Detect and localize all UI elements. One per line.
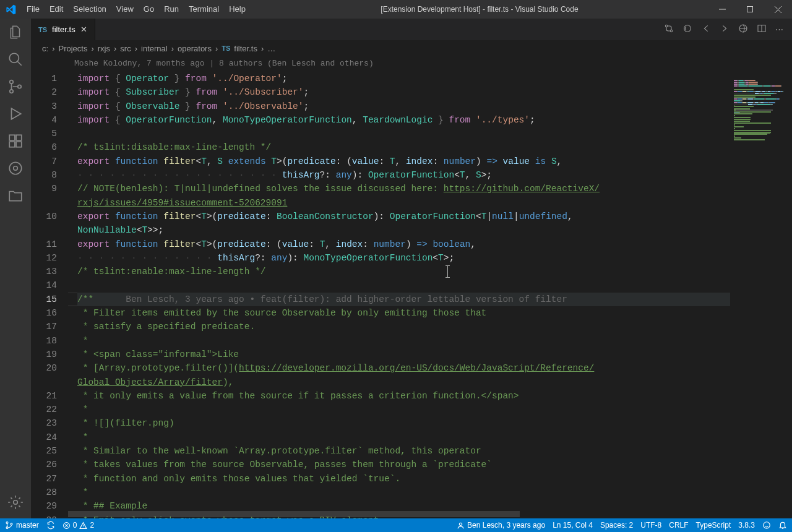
menu-go[interactable]: Go: [139, 0, 159, 19]
debug-icon[interactable]: [7, 105, 24, 122]
menu-help[interactable]: Help: [224, 0, 251, 19]
code-line[interactable]: [77, 127, 730, 140]
blame-status[interactable]: Ben Lesch, 3 years ago: [457, 521, 545, 530]
code-line[interactable]: import { Operator } from '../Operator';: [77, 72, 730, 85]
code-line[interactable]: // NOTE(benlesh): T|null|undefined solve…: [77, 182, 730, 195]
split-editor-icon[interactable]: [757, 24, 767, 35]
breadcrumb-segment[interactable]: operators: [178, 44, 212, 53]
code-line[interactable]: *: [77, 486, 730, 499]
breadcrumb-segment[interactable]: Projects: [58, 44, 87, 53]
code-line[interactable]: rxjs/issues/4959#issuecomment-520629091: [77, 196, 730, 210]
minimize-button[interactable]: [708, 0, 736, 19]
code-line[interactable]: export function filter<T>(predicate: (va…: [77, 238, 730, 251]
breadcrumb-tail[interactable]: …: [267, 44, 275, 53]
menu-selection[interactable]: Selection: [68, 0, 111, 19]
svg-point-1: [9, 53, 19, 62]
test-icon[interactable]: [7, 160, 24, 177]
ts-version-status[interactable]: 3.8.3: [738, 521, 755, 530]
code-line[interactable]: *: [77, 431, 730, 444]
code-line[interactable]: import { Subscriber } from '../Subscribe…: [77, 85, 730, 99]
svg-point-9: [9, 162, 22, 174]
svg-point-19: [11, 523, 12, 525]
feedback-icon[interactable]: [762, 521, 771, 530]
code-line[interactable]: /** Ben Lesch, 3 years ago • feat(filter…: [77, 293, 730, 306]
breadcrumbs[interactable]: c:›Projects›rxjs›src›internal›operators›…: [31, 40, 792, 56]
branch-status[interactable]: master: [5, 521, 39, 530]
compare-changes-icon[interactable]: [664, 24, 674, 35]
code-line[interactable]: * [Array.prototype.filter()](https://dev…: [77, 361, 730, 375]
code-line[interactable]: import { Observable } from '../Observabl…: [77, 100, 730, 113]
code-editor[interactable]: 1234567891011121314151617181920212223242…: [31, 72, 792, 518]
svg-rect-8: [16, 142, 22, 147]
settings-gear-icon[interactable]: [7, 494, 24, 511]
encoding-status[interactable]: UTF-8: [640, 521, 661, 530]
code-line[interactable]: * Similar to the well-known `Array.proto…: [77, 444, 730, 458]
svg-point-22: [764, 522, 770, 529]
code-line[interactable]: * ![](filter.png): [77, 416, 730, 430]
scrollbar-thumb[interactable]: [68, 511, 520, 517]
close-window-button[interactable]: [764, 0, 792, 19]
search-icon[interactable]: [7, 51, 24, 68]
code-line[interactable]: * it only emits a value from the source …: [77, 389, 730, 403]
code-line[interactable]: [77, 278, 730, 292]
code-line[interactable]: * function and only emits those values t…: [77, 472, 730, 486]
eol-status[interactable]: CRLF: [669, 521, 688, 530]
more-actions-icon[interactable]: ⋯: [775, 25, 785, 34]
code-line[interactable]: Global_Objects/Array/filter),: [77, 375, 730, 389]
files-icon[interactable]: [7, 187, 24, 204]
tab-filter-ts[interactable]: TS filter.ts ✕: [31, 19, 95, 40]
show-source-icon[interactable]: [738, 24, 748, 35]
code-line[interactable]: * takes values from the source Observabl…: [77, 458, 730, 471]
breadcrumb-segment[interactable]: internal: [141, 44, 168, 53]
code-line[interactable]: export function filter<T, S extends T>(p…: [77, 155, 730, 168]
menu-view[interactable]: View: [111, 0, 139, 19]
indentation-status[interactable]: Spaces: 2: [600, 521, 633, 530]
vscode-logo-icon: [0, 4, 22, 15]
svg-point-2: [10, 80, 13, 84]
minimap[interactable]: [734, 72, 783, 518]
code-line[interactable]: NonNullable<T>>;: [77, 223, 730, 237]
svg-point-17: [6, 521, 8, 523]
code-line[interactable]: * Filter items emitted by the source Obs…: [77, 306, 730, 320]
typescript-file-icon: TS: [38, 26, 47, 33]
breadcrumb-segment[interactable]: src: [120, 44, 131, 53]
menu-run[interactable]: Run: [159, 0, 184, 19]
code-line[interactable]: /* tslint:enable:max-line-length */: [77, 265, 730, 278]
maximize-button[interactable]: [736, 0, 764, 19]
source-control-icon[interactable]: [7, 78, 24, 95]
blame-header: Moshe Kolodny, 7 months ago | 8 authors …: [74, 59, 374, 68]
code-line[interactable]: /* tslint:disable:max-line-length */: [77, 140, 730, 154]
code-line[interactable]: import { OperatorFunction, MonoTypeOpera…: [77, 113, 730, 127]
menu-terminal[interactable]: Terminal: [184, 0, 224, 19]
code-line[interactable]: · · · · · · · · · · · · · thisArg?: any)…: [77, 251, 730, 265]
breadcrumb-file[interactable]: filter.ts: [234, 44, 257, 53]
language-mode-status[interactable]: TypeScript: [696, 521, 731, 530]
close-tab-icon[interactable]: ✕: [80, 25, 87, 34]
breadcrumb-segment[interactable]: rxjs: [98, 44, 110, 53]
cursor-position-status[interactable]: Ln 15, Col 4: [553, 521, 593, 530]
svg-point-13: [670, 30, 672, 32]
sync-status[interactable]: [46, 521, 55, 530]
window-title: [Extension Development Host] - filter.ts…: [251, 5, 708, 14]
notifications-icon[interactable]: [778, 521, 787, 530]
code-line[interactable]: *: [77, 334, 730, 348]
code-line[interactable]: export function filter<T>(predicate: Boo…: [77, 210, 730, 223]
extensions-icon[interactable]: [7, 132, 24, 150]
code-line[interactable]: *: [77, 403, 730, 416]
revision-nav-icon[interactable]: [682, 24, 692, 35]
next-change-icon[interactable]: [720, 24, 730, 35]
horizontal-scrollbar[interactable]: [68, 511, 733, 517]
code-line[interactable]: * <span class="informal">Like: [77, 348, 730, 361]
svg-point-4: [18, 85, 21, 88]
menu-file[interactable]: File: [22, 0, 45, 19]
breadcrumb-segment[interactable]: c:: [42, 44, 48, 53]
problems-status[interactable]: 0 2: [62, 521, 94, 530]
status-bar: master 0 2 Ben Lesch, 3 years ago Ln 15,…: [0, 518, 792, 532]
menu-bar: FileEditSelectionViewGoRunTerminalHelp: [22, 0, 251, 19]
prev-change-icon[interactable]: [701, 24, 711, 35]
code-content[interactable]: import { Operator } from '../Operator';i…: [77, 72, 730, 518]
menu-edit[interactable]: Edit: [45, 0, 68, 19]
explorer-icon[interactable]: [7, 24, 24, 41]
code-line[interactable]: * satisfy a specified predicate.: [77, 320, 730, 333]
code-line[interactable]: · · · · · · · · · · · · · · · · · · · th…: [77, 168, 730, 182]
